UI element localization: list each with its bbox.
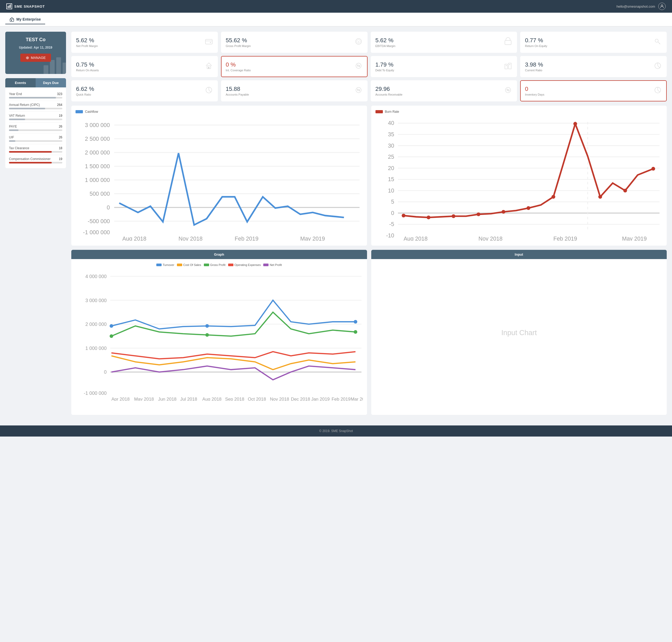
legend-label: Operating Expenses xyxy=(234,263,261,267)
svg-text:-1 000 000: -1 000 000 xyxy=(84,390,107,396)
metric-label: Gross Profit Margin xyxy=(226,44,251,48)
svg-rect-24 xyxy=(509,64,510,65)
svg-text:Nov 2018: Nov 2018 xyxy=(478,235,503,241)
svg-text:0: 0 xyxy=(391,210,394,216)
svg-text:40: 40 xyxy=(388,120,394,126)
event-bar xyxy=(9,108,45,109)
metric-info: 0 Inventory Days xyxy=(525,86,544,96)
svg-rect-1 xyxy=(9,5,10,8)
svg-point-76 xyxy=(426,216,430,219)
metric-label: Return On Equity xyxy=(525,44,547,48)
right-panel: 5.62 % Net Profit Margin 55.62 % Gross P… xyxy=(71,32,667,415)
nav-bar: My Enterprise xyxy=(0,13,672,26)
metric-icon xyxy=(504,62,512,72)
svg-text:May 2019: May 2019 xyxy=(622,235,646,241)
company-updated: Updated: Apr 11, 2019 xyxy=(11,46,61,49)
metric-info: 0.77 % Return On Equity xyxy=(525,37,547,48)
svg-text:3 000 000: 3 000 000 xyxy=(85,298,107,303)
legend-label: Gross Profit xyxy=(210,263,225,267)
footer-text: © 2019. SME SnapShot xyxy=(319,429,353,433)
events-tab-days[interactable]: Days Due xyxy=(36,78,66,87)
svg-text:Feb 2019: Feb 2019 xyxy=(553,235,577,241)
graph-legend: Turnover Cost Of Sales Gross Profit Oper… xyxy=(76,263,363,267)
event-bar-bg xyxy=(9,140,62,142)
metric-info: 6.62 % Quick Ratio xyxy=(76,86,94,96)
svg-text:May 2018: May 2018 xyxy=(134,397,154,401)
event-days: 26 xyxy=(59,125,62,128)
logo-icon xyxy=(7,3,12,9)
svg-rect-21 xyxy=(505,64,507,69)
metric-label: Net Profit Margin xyxy=(76,44,98,48)
metric-card: 1.79 % Debt To Equity xyxy=(371,56,517,77)
svg-text:Aug 2018: Aug 2018 xyxy=(122,235,146,241)
svg-point-10 xyxy=(27,57,28,59)
metric-card: 3.98 % Current Ratio xyxy=(520,56,667,77)
svg-rect-2 xyxy=(10,4,11,8)
metric-icon xyxy=(654,37,662,48)
svg-rect-9 xyxy=(63,63,66,74)
left-panel: TEST Co Updated: Apr 11, 2019 MANAGE Eve… xyxy=(5,32,66,415)
event-bar-bg xyxy=(9,129,62,131)
event-item: PAYE 26 xyxy=(9,123,62,133)
event-days: 264 xyxy=(57,103,62,107)
legend-label: Turnover xyxy=(163,263,174,267)
metrics-grid: 5.62 % Net Profit Margin 55.62 % Gross P… xyxy=(71,32,667,101)
metric-info: 55.62 % Gross Profit Margin xyxy=(226,37,251,48)
event-bar xyxy=(9,140,15,142)
legend-item: Turnover xyxy=(156,263,174,267)
legend-label: Net Profit xyxy=(270,263,282,267)
event-name: Compensation Commissioner xyxy=(9,157,50,161)
metric-info: 0.75 % Return On Assets xyxy=(76,61,99,72)
svg-point-12 xyxy=(210,42,211,43)
logo-text: SME SNAPSHOT xyxy=(14,4,45,9)
metric-icon xyxy=(205,62,213,72)
svg-text:0: 0 xyxy=(107,204,110,211)
manage-button[interactable]: MANAGE xyxy=(20,54,51,62)
svg-text:$: $ xyxy=(358,41,359,43)
manage-label: MANAGE xyxy=(31,56,46,60)
svg-point-80 xyxy=(527,206,530,210)
metric-label: Accounts Receivable xyxy=(375,93,403,96)
metric-card: 6.62 % Quick Ratio xyxy=(71,80,218,101)
svg-text:-10: -10 xyxy=(386,232,394,239)
top-header: SME SNAPSHOT hello@smesnapshot.com xyxy=(0,0,672,13)
event-days: 323 xyxy=(57,92,62,96)
svg-rect-5 xyxy=(11,20,12,21)
logo-area: SME SNAPSHOT xyxy=(7,3,45,9)
svg-point-77 xyxy=(452,215,455,218)
metric-label: Debt To Equity xyxy=(375,69,394,72)
events-tab-events[interactable]: Events xyxy=(5,78,36,87)
metric-value: 5.62 % xyxy=(76,37,98,44)
updated-date: Apr 11, 2019 xyxy=(34,46,52,49)
svg-text:25: 25 xyxy=(388,154,394,160)
event-days: 19 xyxy=(59,157,62,161)
user-icon[interactable] xyxy=(658,3,665,10)
svg-text:Oct 2018: Oct 2018 xyxy=(248,397,266,401)
svg-point-83 xyxy=(598,195,602,198)
svg-text:Input Chart: Input Chart xyxy=(501,329,537,337)
metric-value: 6.62 % xyxy=(76,86,94,92)
events-list: Year End 323 Annual Return (CIPC) 264 VA… xyxy=(5,87,66,168)
metric-card: 29.96 Accounts Receivable xyxy=(371,80,517,101)
svg-text:35: 35 xyxy=(388,131,394,138)
svg-text:Feb 2019: Feb 2019 xyxy=(235,235,259,241)
company-name: TEST Co xyxy=(11,37,61,42)
svg-rect-23 xyxy=(506,65,507,66)
legend-dot xyxy=(204,264,209,266)
event-bar xyxy=(9,118,25,120)
svg-point-75 xyxy=(402,214,405,217)
footer: © 2019. SME SnapShot xyxy=(0,425,672,437)
svg-rect-19 xyxy=(208,67,209,69)
event-bar-bg xyxy=(9,97,62,99)
metric-value: 5.62 % xyxy=(375,37,396,44)
metric-icon xyxy=(504,86,512,96)
burnrate-title: Burn Rate xyxy=(385,110,399,114)
svg-text:20: 20 xyxy=(388,165,394,171)
metric-icon xyxy=(654,62,662,72)
user-email: hello@smesnapshot.com xyxy=(617,4,655,9)
svg-text:1 000 000: 1 000 000 xyxy=(85,177,110,183)
metric-label: Int. Coverage Ratio xyxy=(226,69,251,72)
nav-my-enterprise[interactable]: My Enterprise xyxy=(5,15,45,24)
cashflow-chart-card: Cashflow 3 000 000 2 500 000 2 000 000 1… xyxy=(71,106,367,246)
svg-point-20 xyxy=(356,63,361,68)
